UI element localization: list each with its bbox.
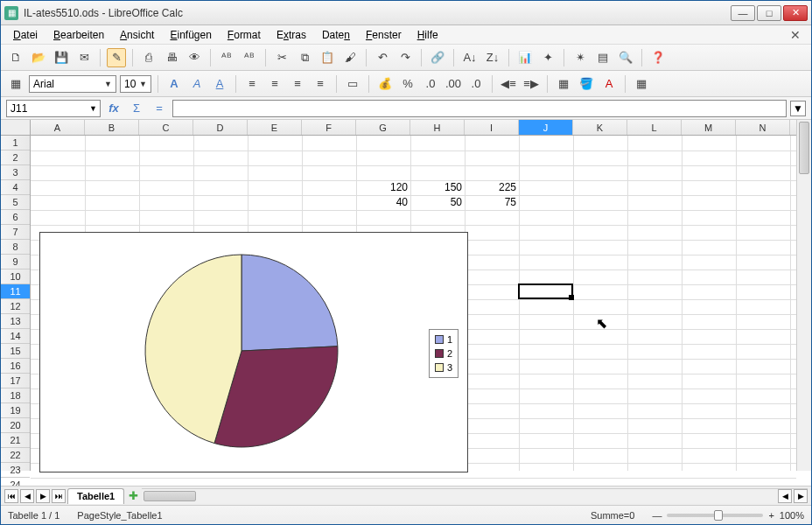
row-header-9[interactable]: 9 bbox=[1, 255, 30, 270]
row-header-3[interactable]: 3 bbox=[1, 165, 30, 180]
preview-icon[interactable]: 👁 bbox=[185, 48, 204, 67]
menu-fenster[interactable]: Fenster bbox=[359, 27, 409, 43]
menu-hilfe[interactable]: Hilfe bbox=[410, 27, 445, 43]
select-all-corner[interactable] bbox=[1, 120, 31, 136]
menu-einfuegen[interactable]: Einfügen bbox=[163, 27, 218, 43]
scrollbar-thumb[interactable] bbox=[144, 491, 196, 501]
percent-icon[interactable]: % bbox=[398, 74, 417, 94]
col-header-F[interactable]: F bbox=[302, 120, 356, 135]
row-header-22[interactable]: 22 bbox=[1, 448, 30, 463]
menu-datei[interactable]: Datei bbox=[6, 27, 45, 43]
borders-icon[interactable]: ▦ bbox=[554, 74, 573, 94]
edit-icon[interactable]: ✎ bbox=[107, 48, 126, 67]
col-header-H[interactable]: H bbox=[410, 120, 465, 135]
menu-format[interactable]: Format bbox=[220, 27, 268, 43]
zoom-slider[interactable] bbox=[667, 514, 763, 517]
row-header-19[interactable]: 19 bbox=[1, 403, 30, 418]
datasource-icon[interactable]: ▤ bbox=[593, 48, 612, 67]
sort-asc-icon[interactable]: A↓ bbox=[460, 48, 480, 67]
align-left-icon[interactable]: ≡ bbox=[242, 74, 262, 94]
close-button[interactable]: ✕ bbox=[783, 5, 808, 21]
tab-last-icon[interactable]: ⏭ bbox=[52, 489, 66, 503]
row-header-10[interactable]: 10 bbox=[1, 270, 30, 284]
zoom-icon[interactable]: 🔍 bbox=[616, 48, 635, 67]
row-header-12[interactable]: 12 bbox=[1, 299, 30, 314]
row-header-14[interactable]: 14 bbox=[1, 329, 30, 344]
tab-prev-icon[interactable]: ◀ bbox=[20, 489, 34, 503]
row-header-23[interactable]: 23 bbox=[1, 463, 30, 478]
row-header-15[interactable]: 15 bbox=[1, 344, 30, 359]
col-header-L[interactable]: L bbox=[627, 120, 682, 135]
row-headers[interactable]: 123456789101112131415161718192021222324 bbox=[1, 136, 31, 471]
zoom-in-icon[interactable]: + bbox=[768, 510, 774, 521]
chart-object[interactable]: 123 bbox=[39, 232, 468, 472]
zoom-knob[interactable] bbox=[714, 510, 723, 521]
chart-icon[interactable]: 📊 bbox=[515, 48, 535, 67]
del-decimal-icon[interactable]: .0 bbox=[466, 74, 486, 94]
align-justify-icon[interactable]: ≡ bbox=[311, 74, 330, 94]
maximize-button[interactable]: □ bbox=[757, 5, 781, 21]
formula-input-box[interactable] bbox=[172, 100, 787, 117]
row-header-4[interactable]: 4 bbox=[1, 180, 30, 195]
col-header-I[interactable]: I bbox=[465, 120, 519, 135]
row-header-1[interactable]: 1 bbox=[1, 136, 30, 150]
row-header-17[interactable]: 17 bbox=[1, 374, 30, 388]
row-header-8[interactable]: 8 bbox=[1, 240, 30, 255]
zoom-out-icon[interactable]: — bbox=[652, 510, 662, 521]
cells-area[interactable]: 123 120150225405075 bbox=[31, 136, 796, 471]
help-icon[interactable]: ❓ bbox=[648, 48, 668, 67]
print-icon[interactable]: 🖶 bbox=[162, 48, 181, 67]
email-icon[interactable]: ✉ bbox=[74, 48, 94, 67]
font-size-combo[interactable]: ▼ bbox=[120, 75, 151, 93]
col-header-M[interactable]: M bbox=[682, 120, 736, 135]
underline-icon[interactable]: A bbox=[210, 74, 229, 94]
equals-icon[interactable]: = bbox=[150, 99, 169, 118]
add-decimal-icon[interactable]: .00 bbox=[444, 74, 463, 94]
font-size-input[interactable] bbox=[124, 78, 137, 90]
cell-G4[interactable]: 120 bbox=[356, 180, 410, 195]
tab-first-icon[interactable]: ⏮ bbox=[4, 489, 18, 503]
tab-next-icon[interactable]: ▶ bbox=[36, 489, 50, 503]
row-header-2[interactable]: 2 bbox=[1, 150, 30, 165]
status-sum[interactable]: Summe=0 bbox=[591, 510, 634, 521]
font-name-input[interactable] bbox=[33, 78, 102, 90]
cut-icon[interactable]: ✂ bbox=[272, 48, 291, 67]
col-header-D[interactable]: D bbox=[193, 120, 248, 135]
styles-icon[interactable]: ▦ bbox=[6, 74, 25, 94]
bgcolor-icon[interactable]: 🪣 bbox=[577, 74, 596, 94]
copy-icon[interactable]: ⧉ bbox=[295, 48, 314, 67]
menu-bearbeiten[interactable]: Bearbeiten bbox=[46, 27, 111, 43]
formula-input[interactable] bbox=[173, 101, 786, 116]
row-header-16[interactable]: 16 bbox=[1, 359, 30, 374]
zoom-control[interactable]: — + 100% bbox=[652, 510, 804, 521]
row-header-5[interactable]: 5 bbox=[1, 195, 30, 210]
link-icon[interactable]: 🔗 bbox=[428, 48, 447, 67]
col-header-E[interactable]: E bbox=[248, 120, 302, 135]
cell-reference-input[interactable] bbox=[7, 102, 89, 115]
gallery-icon[interactable]: ✴ bbox=[570, 48, 590, 67]
cell-H4[interactable]: 150 bbox=[410, 180, 465, 195]
navigator-icon[interactable]: ✦ bbox=[538, 48, 557, 67]
new-icon[interactable]: 🗋 bbox=[6, 48, 25, 67]
cell-reference-box[interactable]: ▼ bbox=[6, 100, 101, 117]
indent-less-icon[interactable]: ◀≡ bbox=[499, 74, 518, 94]
close-document-button[interactable]: ✕ bbox=[785, 28, 806, 42]
row-header-13[interactable]: 13 bbox=[1, 314, 30, 329]
cell-I5[interactable]: 75 bbox=[465, 195, 519, 210]
col-header-A[interactable]: A bbox=[31, 120, 85, 135]
fill-handle[interactable] bbox=[569, 295, 574, 300]
sort-desc-icon[interactable]: Z↓ bbox=[483, 48, 502, 67]
fx-icon[interactable]: fx bbox=[104, 99, 123, 118]
horizontal-scrollbar[interactable]: ◀ ▶ bbox=[142, 488, 808, 503]
pdf-icon[interactable]: ⎙ bbox=[139, 48, 158, 67]
add-sheet-icon[interactable]: ✚ bbox=[126, 489, 140, 503]
indent-more-icon[interactable]: ≡▶ bbox=[522, 74, 541, 94]
status-pagestyle[interactable]: PageStyle_Tabelle1 bbox=[77, 510, 162, 521]
row-header-18[interactable]: 18 bbox=[1, 388, 30, 403]
vertical-scrollbar[interactable] bbox=[796, 120, 811, 471]
zoom-value[interactable]: 100% bbox=[780, 510, 804, 521]
col-header-J[interactable]: J bbox=[519, 120, 573, 135]
align-center-icon[interactable]: ≡ bbox=[265, 74, 284, 94]
col-header-N[interactable]: N bbox=[736, 120, 790, 135]
spellcheck-icon[interactable]: ᴬᴮ bbox=[217, 48, 236, 67]
